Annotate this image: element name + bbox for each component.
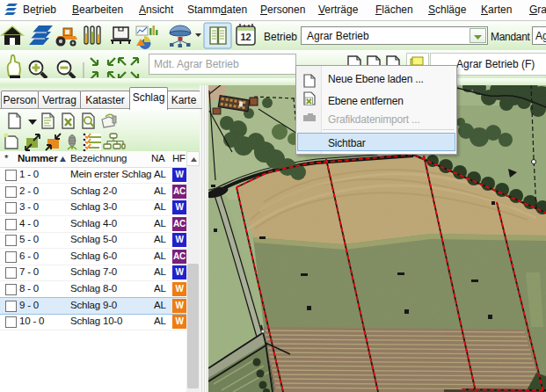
svg-text:12: 12	[240, 32, 251, 42]
